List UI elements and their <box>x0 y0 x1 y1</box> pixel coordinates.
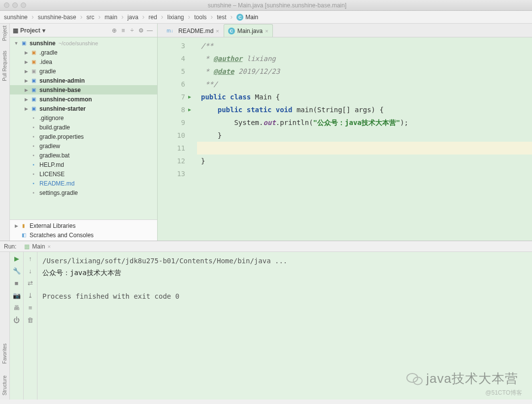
file-icon: ▪ <box>30 142 37 150</box>
crumb[interactable]: tools <box>193 14 207 21</box>
tree-item[interactable]: ▶▣.idea <box>10 57 157 66</box>
tree-item[interactable]: ▶▣sunshine-starter <box>10 104 157 113</box>
close-icon[interactable]: × <box>265 28 268 34</box>
crumb[interactable]: red <box>148 14 158 21</box>
max-dot[interactable] <box>21 2 26 8</box>
up-icon[interactable]: ↑ <box>29 255 32 262</box>
file-icon: ▪ <box>30 124 37 131</box>
exit-icon[interactable]: ⏻ <box>13 316 20 324</box>
target-icon[interactable]: ⊕ <box>110 26 119 35</box>
close-icon[interactable]: × <box>216 28 219 34</box>
crumb[interactable]: src <box>85 14 95 21</box>
tree-item[interactable]: ▶▣.gradle <box>10 48 157 57</box>
project-toolbar: ▦ Project ▾ ⊕ ≡ ÷ ⚙ — <box>10 24 157 37</box>
folder-icon: ▣ <box>30 67 37 75</box>
editor-tabs: m↓README.md× CMain.java× <box>158 24 532 37</box>
tree-item[interactable]: ▪LICENSE <box>10 169 157 179</box>
run-body: Structure Favorites ▶ 🔧 ■ 📷 🖶 ⏻ ↑ ↓ ⇄ ⤓ … <box>0 252 532 400</box>
folder-icon: ▣ <box>30 105 37 113</box>
class-icon: C <box>228 28 235 34</box>
run-gutter[interactable]: ▶▶ <box>188 37 197 241</box>
filter-icon[interactable]: ≡ <box>29 304 33 311</box>
titlebar: sunshine – Main.java [sunshine.sunshine-… <box>0 0 532 11</box>
tree-item[interactable]: ▪gradlew <box>10 141 157 151</box>
run-header: Run: ▦Main× <box>0 241 532 252</box>
run-label: Run: <box>4 243 16 250</box>
tab-readme[interactable]: m↓README.md× <box>162 24 224 37</box>
scratches[interactable]: ◧Scratches and Consoles <box>10 230 157 240</box>
crumb-last[interactable]: CMain <box>235 14 259 21</box>
crumb[interactable]: lixiang <box>166 14 185 21</box>
file-icon: ▪ <box>30 161 37 169</box>
wrench-icon[interactable]: 🔧 <box>13 267 21 275</box>
tree-item[interactable]: ▪gradlew.bat <box>10 151 157 160</box>
stop-icon[interactable]: ■ <box>15 280 19 287</box>
line-gutter[interactable]: 345678910111213 <box>158 37 188 241</box>
md-icon: m↓ <box>166 27 174 35</box>
folder-icon: ▣ <box>30 58 37 66</box>
tree-item[interactable]: ▪gradle.properties <box>10 132 157 141</box>
run-rail-nav: ↑ ↓ ⇄ ⤓ ≡ 🗑 <box>24 252 37 400</box>
rail-structure[interactable]: Structure <box>2 375 7 396</box>
tree-item[interactable]: ▪build.gradle <box>10 123 157 132</box>
code-editor[interactable]: 345678910111213 ▶▶ /** * @author lixiang… <box>158 37 532 241</box>
min-dot[interactable] <box>12 2 18 8</box>
hide-icon[interactable]: — <box>145 26 154 35</box>
gear-icon[interactable]: ⚙ <box>136 26 145 35</box>
folder-icon: ▣ <box>30 95 37 103</box>
run-tab-main[interactable]: ▦Main× <box>20 242 54 251</box>
left-bottom-rail: Structure Favorites <box>0 252 10 400</box>
traffic-lights[interactable] <box>4 2 26 8</box>
project-panel: ▦ Project ▾ ⊕ ≡ ÷ ⚙ — ▼▣ sunshine ~/code… <box>10 24 158 241</box>
code-area[interactable]: /** * @author lixiang * @date 2019/12/23… <box>197 37 532 241</box>
camera-icon[interactable]: 📷 <box>13 292 21 299</box>
external-libraries[interactable]: ▶▮External Libraries <box>10 221 157 230</box>
lib-icon: ▮ <box>20 222 28 230</box>
editor-column: m↓README.md× CMain.java× 345678910111213… <box>158 24 532 241</box>
tree-item[interactable]: ▶▣sunshine-common <box>10 94 157 104</box>
tree-item[interactable]: ▪.gitignore <box>10 113 157 123</box>
play-icon: ▦ <box>24 243 30 250</box>
left-tool-rail: Project Pull Requests <box>0 24 10 241</box>
trash-icon[interactable]: 🗑 <box>27 316 33 324</box>
collapse-icon[interactable]: ≡ <box>119 26 128 35</box>
rerun-icon[interactable]: ▶ <box>14 255 19 262</box>
class-icon: C <box>236 14 243 21</box>
close-icon[interactable]: × <box>47 244 50 249</box>
rail-pull-requests[interactable]: Pull Requests <box>2 51 7 81</box>
file-icon: ▪ <box>30 114 37 122</box>
wrap-icon[interactable]: ⇄ <box>28 280 33 287</box>
tree-item[interactable]: ▪HELP.md <box>10 160 157 169</box>
tree-root[interactable]: ▼▣ sunshine ~/code/sunshine <box>10 38 157 48</box>
scroll-icon[interactable]: ⤓ <box>28 292 33 299</box>
crumb[interactable]: sunshine <box>3 14 29 21</box>
tree-item[interactable]: ▪README.md <box>10 179 157 188</box>
crumb[interactable]: test <box>216 14 227 21</box>
crumb[interactable]: sunshine-base <box>37 14 77 21</box>
scratch-icon: ◧ <box>20 231 28 239</box>
rail-project[interactable]: Project <box>2 26 7 41</box>
window-title: sunshine – Main.java [sunshine.sunshine-… <box>26 2 528 9</box>
crumb[interactable]: main <box>103 14 118 21</box>
rail-favorites[interactable]: Favorites <box>2 343 7 364</box>
file-icon: ▪ <box>30 133 37 141</box>
down-icon[interactable]: ↓ <box>29 267 32 275</box>
file-icon: ▪ <box>30 152 37 159</box>
console-output[interactable]: /Users/lixiang/soft/jdk8u275-b01/Content… <box>37 252 532 400</box>
tree-item[interactable]: ▪settings.gradle <box>10 188 157 197</box>
run-rail-actions: ▶ 🔧 ■ 📷 🖶 ⏻ <box>10 252 24 400</box>
tree-item[interactable]: ▶▣sunshine-base <box>10 85 157 94</box>
project-tree[interactable]: ▼▣ sunshine ~/code/sunshine ▶▣.gradle▶▣.… <box>10 37 157 219</box>
breadcrumb[interactable]: sunshine sunshine-base src main java red… <box>0 11 532 24</box>
file-icon: ▪ <box>30 189 37 197</box>
print-icon[interactable]: 🖶 <box>13 304 20 311</box>
split-icon[interactable]: ÷ <box>128 26 136 35</box>
crumb[interactable]: java <box>127 14 139 21</box>
project-title[interactable]: ▦ Project ▾ <box>13 27 110 34</box>
tree-item[interactable]: ▶▣gradle <box>10 66 157 76</box>
file-icon: ▪ <box>30 180 37 187</box>
folder-icon: ▣ <box>30 49 37 57</box>
tree-item[interactable]: ▶▣sunshine-admin <box>10 76 157 85</box>
tab-main-java[interactable]: CMain.java× <box>224 24 273 37</box>
close-dot[interactable] <box>4 2 9 8</box>
